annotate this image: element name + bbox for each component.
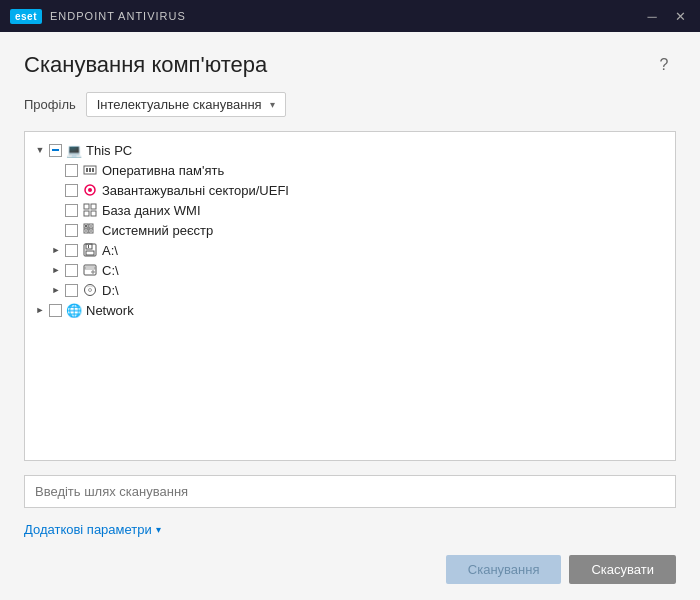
app-window: eset ENDPOINT ANTIVIRUS ─ ✕ Сканування к… — [0, 0, 700, 600]
close-button[interactable]: ✕ — [670, 6, 690, 26]
svg-rect-1 — [86, 168, 88, 172]
tree-label-wmi: База даних WMI — [102, 203, 201, 218]
tree-item-this-pc[interactable]: ▼ 💻 This PC — [29, 140, 671, 160]
checkbox-network[interactable] — [49, 304, 62, 317]
svg-rect-6 — [84, 204, 89, 209]
advanced-params-link[interactable]: Додаткові параметри — [24, 522, 152, 537]
optical-icon — [82, 282, 98, 298]
eset-logo-badge: eset — [10, 9, 42, 24]
expand-d-icon[interactable]: ► — [49, 283, 63, 297]
expand-a-icon[interactable]: ► — [49, 243, 63, 257]
svg-rect-23 — [85, 267, 95, 269]
tree-item-d-drive[interactable]: ► D:\ — [45, 280, 671, 300]
svg-rect-8 — [84, 211, 89, 216]
expand-icon[interactable]: ▼ — [33, 143, 47, 157]
titlebar-controls: ─ ✕ — [642, 6, 690, 26]
spacer — [49, 163, 63, 177]
checkbox-wmi[interactable] — [65, 204, 78, 217]
computer-icon: 💻 — [66, 142, 82, 158]
app-title: ENDPOINT ANTIVIRUS — [50, 10, 186, 22]
checkbox-d-drive[interactable] — [65, 284, 78, 297]
checkbox-boot[interactable] — [65, 184, 78, 197]
tree-label-this-pc: This PC — [86, 143, 132, 158]
path-input[interactable] — [25, 476, 675, 507]
expand-network-icon[interactable]: ► — [33, 303, 47, 317]
path-input-container — [24, 475, 676, 508]
chevron-down-icon: ▾ — [270, 99, 275, 110]
spacer — [49, 203, 63, 217]
checkbox-registry[interactable] — [65, 224, 78, 237]
svg-point-5 — [88, 188, 92, 192]
cancel-button[interactable]: Скасувати — [569, 555, 676, 584]
tree-item-wmi[interactable]: База даних WMI — [45, 200, 671, 220]
tree-item-c-drive[interactable]: ► C:\ — [45, 260, 671, 280]
tree-label-a-drive: A:\ — [102, 243, 118, 258]
svg-rect-3 — [92, 168, 94, 172]
tree-item-network[interactable]: ► 🌐 Network — [29, 300, 671, 320]
profile-row: Профіль Інтелектуальне сканування ▾ — [24, 92, 676, 117]
tree-item-registry[interactable]: Системний реєстр — [45, 220, 671, 240]
advanced-row: Додаткові параметри ▾ — [24, 522, 676, 537]
ram-icon — [82, 162, 98, 178]
titlebar-logo: eset ENDPOINT ANTIVIRUS — [10, 9, 186, 24]
tree-item-a-drive[interactable]: ► A:\ — [45, 240, 671, 260]
help-button[interactable]: ? — [652, 53, 676, 77]
page-header: Сканування комп'ютера ? — [24, 52, 676, 78]
profile-selected-value: Інтелектуальне сканування — [97, 97, 262, 112]
chevron-down-icon: ▾ — [156, 524, 161, 535]
floppy-icon — [82, 242, 98, 258]
checkbox-ram[interactable] — [65, 164, 78, 177]
svg-rect-15 — [85, 230, 87, 232]
checkbox-a-drive[interactable] — [65, 244, 78, 257]
page-title: Сканування комп'ютера — [24, 52, 267, 78]
tree-label-registry: Системний реєстр — [102, 223, 213, 238]
wmi-icon — [82, 202, 98, 218]
profile-dropdown[interactable]: Інтелектуальне сканування ▾ — [86, 92, 286, 117]
svg-rect-17 — [90, 230, 92, 232]
main-content: Сканування комп'ютера ? Профіль Інтелект… — [0, 32, 700, 600]
svg-rect-7 — [91, 204, 96, 209]
tree-label-c-drive: C:\ — [102, 263, 119, 278]
tree-item-boot[interactable]: Завантажувальні сектори/UEFI — [45, 180, 671, 200]
minimize-button[interactable]: ─ — [642, 6, 662, 26]
tree-label-network: Network — [86, 303, 134, 318]
tree-label-d-drive: D:\ — [102, 283, 119, 298]
svg-rect-22 — [84, 265, 96, 275]
this-pc-children: Оперативна пам'ять Завантажувальні секто… — [29, 160, 671, 300]
svg-rect-16 — [90, 225, 92, 227]
svg-rect-14 — [85, 225, 87, 227]
svg-point-26 — [89, 289, 92, 292]
spacer — [49, 223, 63, 237]
profile-label: Профіль — [24, 97, 76, 112]
titlebar: eset ENDPOINT ANTIVIRUS ─ ✕ — [0, 0, 700, 32]
scan-button[interactable]: Сканування — [446, 555, 562, 584]
tree-label-ram: Оперативна пам'ять — [102, 163, 224, 178]
checkbox-c-drive[interactable] — [65, 264, 78, 277]
spacer — [49, 183, 63, 197]
svg-rect-21 — [88, 245, 89, 248]
expand-c-icon[interactable]: ► — [49, 263, 63, 277]
tree-item-ram[interactable]: Оперативна пам'ять — [45, 160, 671, 180]
hdd-icon — [82, 262, 98, 278]
svg-point-24 — [92, 271, 94, 273]
svg-rect-20 — [86, 251, 94, 255]
tree-label-boot: Завантажувальні сектори/UEFI — [102, 183, 289, 198]
checkbox-this-pc[interactable] — [49, 144, 62, 157]
network-icon: 🌐 — [66, 302, 82, 318]
scan-tree[interactable]: ▼ 💻 This PC Оперативна пам'ять — [24, 131, 676, 461]
svg-rect-9 — [91, 211, 96, 216]
boot-icon — [82, 182, 98, 198]
svg-rect-2 — [89, 168, 91, 172]
registry-icon — [82, 222, 98, 238]
footer-buttons: Сканування Скасувати — [24, 551, 676, 584]
